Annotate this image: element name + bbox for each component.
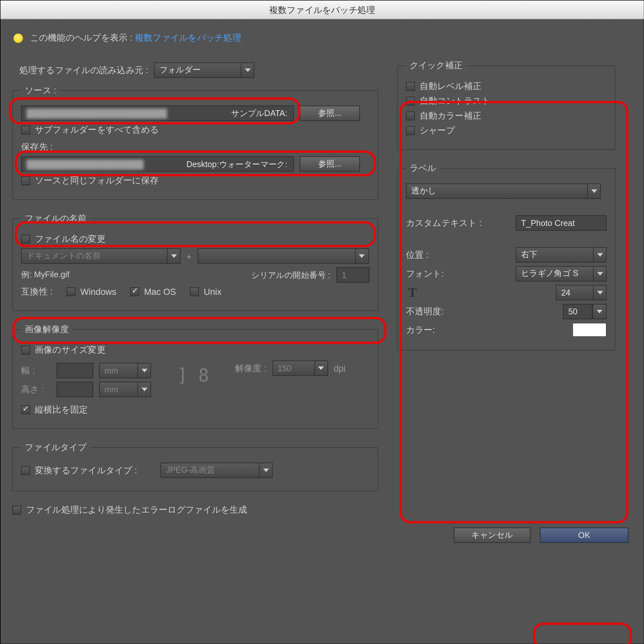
chevron-down-icon <box>241 63 254 77</box>
height-unit-select[interactable]: mm <box>99 382 151 397</box>
compat-windows-checkbox[interactable]: Windows <box>67 287 116 297</box>
saveto-browse-button[interactable]: 参照... <box>300 156 360 171</box>
opacity-label: 不透明度: <box>406 306 443 317</box>
serial-label: シリアルの開始番号 : <box>251 270 330 280</box>
source-legend: ソース : <box>21 85 60 96</box>
quickfix-legend: クイック補正 <box>406 60 466 71</box>
chevron-down-icon <box>167 249 180 263</box>
help-link[interactable]: 複数ファイルをバッチ処理 <box>135 32 241 42</box>
compat-macos-checkbox[interactable]: Mac OS <box>130 287 176 297</box>
process-from-label: 処理するファイルの読み込み元 : <box>19 64 148 75</box>
chevron-down-icon <box>259 463 272 477</box>
chevron-down-icon <box>587 184 600 198</box>
cancel-button[interactable]: キャンセル <box>453 527 530 543</box>
customtext-label: カスタムテキスト : <box>406 217 481 228</box>
customtext-input[interactable]: T_Photo Creat <box>516 215 607 230</box>
annotation-callout <box>533 622 632 644</box>
label-type-select[interactable]: 透かし <box>406 183 600 199</box>
link-icon: ] 8 <box>177 370 209 381</box>
auto-levels-checkbox[interactable]: 自動レベル補正 <box>406 81 481 92</box>
help-prefix: この機能のヘルプを表示 : <box>30 32 132 42</box>
position-select[interactable]: 右下 <box>516 247 607 262</box>
font-label: フォント: <box>406 268 443 279</box>
chevron-down-icon <box>593 267 606 281</box>
resize-images-checkbox[interactable]: 画像のサイズ変更 <box>21 344 106 355</box>
resolution-label: 解像度 : <box>235 362 266 374</box>
resolution-select[interactable]: 150 <box>272 360 328 375</box>
color-label: カラー: <box>406 324 435 335</box>
plus-separator: + <box>186 251 191 261</box>
ok-button[interactable]: OK <box>540 527 628 543</box>
chevron-down-icon <box>355 249 368 263</box>
chevron-down-icon <box>314 361 327 375</box>
filetype-select[interactable]: JPEG-高画質 <box>161 463 273 478</box>
chevron-down-icon <box>137 363 150 378</box>
auto-contrast-checkbox[interactable]: 自動コントラスト <box>406 95 490 106</box>
include-subfolders-checkbox[interactable]: サブフォルダーをすべて含める <box>21 124 159 135</box>
filetype-group: ファイルタイプ 変換するファイルタイプ : JPEG-高画質 <box>12 442 378 491</box>
filename-legend: ファイルの名前 <box>21 213 90 224</box>
source-path-field[interactable]: ████████████████████████ サンプルDATA: <box>21 105 294 121</box>
name-token-2-select[interactable] <box>197 248 368 264</box>
source-group: ソース : ████████████████████████ サンプルDATA:… <box>12 85 378 200</box>
quickfix-group: クイック補正 自動レベル補正 自動コントラスト 自動カラー補正 シャープ <box>397 60 615 150</box>
constrain-proportions-checkbox[interactable]: 縦横比を固定 <box>21 404 88 415</box>
help-line: この機能のヘルプを表示 : 複数ファイルをバッチ処理 <box>13 32 632 43</box>
convert-filetype-checkbox[interactable]: 変換するファイルタイプ : <box>21 465 137 476</box>
image-size-legend: 画像解像度 <box>21 324 72 335</box>
batch-process-dialog: 複数ファイルをバッチ処理 この機能のヘルプを表示 : 複数ファイルをバッチ処理 … <box>0 0 644 644</box>
width-unit-select[interactable]: mm <box>99 363 151 378</box>
sharpen-checkbox[interactable]: シャープ <box>406 125 455 136</box>
auto-color-checkbox[interactable]: 自動カラー補正 <box>406 110 481 121</box>
label-legend: ラベル <box>406 163 439 174</box>
position-label: 位置 : <box>406 249 428 260</box>
color-swatch[interactable] <box>572 322 606 337</box>
rename-files-checkbox[interactable]: ファイル名の変更 <box>21 233 106 244</box>
serial-input[interactable]: 1 <box>336 267 369 283</box>
width-label: 幅 : <box>21 365 51 376</box>
opacity-stepper[interactable] <box>592 304 607 319</box>
title-bar: 複数ファイルをバッチ処理 <box>0 0 644 19</box>
image-size-group: 画像解像度 画像のサイズ変更 幅 : mm 高さ : <box>12 324 378 429</box>
filename-group: ファイルの名前 ファイル名の変更 ドキュメントの名前 + 例: MyFile.g… <box>12 213 378 311</box>
filename-example: 例: MyFile.gif <box>21 269 69 280</box>
compat-unix-checkbox[interactable]: Unix <box>190 287 221 297</box>
resolution-unit: dpi <box>334 363 345 373</box>
text-size-icon: T <box>406 285 419 300</box>
height-input[interactable] <box>57 382 93 397</box>
fontsize-select[interactable]: 24 <box>556 285 606 300</box>
chevron-down-icon <box>593 248 606 262</box>
filetype-legend: ファイルタイプ <box>21 442 90 453</box>
font-select[interactable]: ヒラギノ角ゴ S <box>516 266 607 281</box>
process-from-select[interactable]: フォルダー <box>154 62 255 78</box>
chevron-down-icon <box>137 382 150 397</box>
compat-label: 互換性 : <box>21 286 53 297</box>
saveto-label: 保存先 : <box>21 141 53 152</box>
saveto-path-field[interactable]: ████████████████████ Desktop:ウォーターマーク: <box>21 156 294 171</box>
chevron-down-icon <box>593 304 606 319</box>
name-token-1-select[interactable]: ドキュメントの名前 <box>21 248 180 264</box>
height-label: 高さ : <box>21 384 51 395</box>
source-browse-button[interactable]: 参照... <box>300 105 360 121</box>
error-log-checkbox[interactable]: ファイル処理により発生したエラーログファイルを生成 <box>12 504 247 515</box>
opacity-input[interactable]: 50 <box>563 304 592 319</box>
label-group: ラベル 透かし カスタムテキスト : T_Photo Creat 位置 : 右下… <box>397 163 615 350</box>
width-input[interactable] <box>57 363 93 378</box>
chevron-down-icon <box>593 285 606 300</box>
lightbulb-icon <box>13 33 23 43</box>
same-as-source-checkbox[interactable]: ソースと同じフォルダーに保存 <box>21 175 159 186</box>
